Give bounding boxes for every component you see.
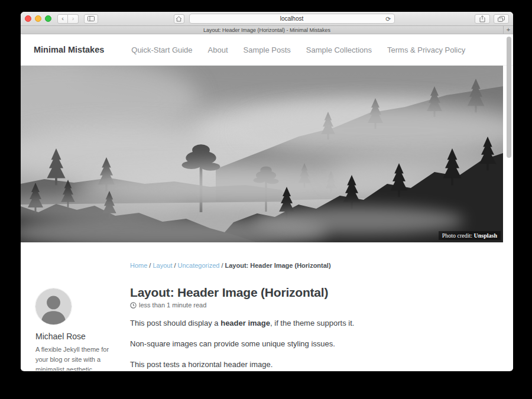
address-bar[interactable]: localhost ⟳ [189, 14, 395, 24]
browser-window: ‹ › localhost ⟳ Layout: Header Image (Ho… [21, 12, 513, 371]
author-name: Michael Rose [35, 332, 130, 341]
breadcrumb-current: Layout: Header Image (Horizontal) [225, 262, 331, 269]
post-meta: less than 1 minute read [130, 301, 495, 309]
reload-icon[interactable]: ⟳ [385, 15, 391, 23]
article-column: Home/Layout/Uncategorized/Layout: Header… [130, 242, 513, 371]
share-button[interactable] [475, 14, 490, 24]
site-title[interactable]: Minimal Mistakes [34, 45, 104, 54]
nav-link[interactable]: Sample Posts [244, 46, 291, 54]
nav-link[interactable]: About [208, 46, 228, 54]
tab-overview-button[interactable] [494, 14, 509, 24]
back-button[interactable]: ‹ [57, 14, 68, 24]
toolbar-right-buttons [475, 14, 509, 24]
zoom-window-button[interactable] [45, 15, 51, 22]
nav-link[interactable]: Sample Collections [306, 46, 372, 54]
clock-icon [130, 302, 137, 309]
close-window-button[interactable] [25, 15, 31, 22]
home-button[interactable] [174, 14, 184, 24]
address-bar-url: localhost [280, 15, 303, 22]
nav-link[interactable]: Terms & Privacy Policy [387, 46, 465, 54]
nav-item-sample-posts[interactable]: Sample Posts [244, 44, 291, 55]
avatar-silhouette-icon [35, 288, 72, 325]
page-content: Michael Rose A flexible Jekyll theme for… [21, 242, 513, 371]
tab-bar: Layout: Header Image (Horizontal) - Mini… [21, 26, 513, 34]
breadcrumb-separator: / [149, 262, 151, 269]
breadcrumb-layout-link[interactable]: Layout [153, 262, 172, 269]
post-paragraph: This post should display a header image,… [130, 317, 495, 329]
caption-source: Unsplash [474, 232, 497, 239]
traffic-lights [25, 15, 51, 22]
post-body: This post should display a header image,… [130, 317, 495, 371]
breadcrumb: Home/Layout/Uncategorized/Layout: Header… [130, 262, 495, 269]
page-title: Layout: Header Image (Horizontal) [130, 286, 495, 299]
nav-item-terms[interactable]: Terms & Privacy Policy [387, 44, 465, 55]
author-bio: A flexible Jekyll theme for your blog or… [35, 345, 110, 371]
forward-button[interactable]: › [68, 14, 79, 24]
tabs-icon [498, 16, 505, 22]
author-sidebar: Michael Rose A flexible Jekyll theme for… [35, 242, 130, 371]
breadcrumb-separator: / [221, 262, 223, 269]
read-time: less than 1 minute read [139, 301, 206, 309]
photo-credit-caption: Photo credit: Unsplash [439, 231, 501, 240]
site-nav: Quick-Start Guide About Sample Posts Sam… [131, 44, 465, 55]
sidebar-toggle-button[interactable] [84, 14, 98, 24]
minimize-window-button[interactable] [35, 15, 41, 22]
history-nav-group: ‹ › [57, 14, 79, 24]
nav-link[interactable]: Quick-Start Guide [131, 46, 192, 54]
vertical-scrollbar[interactable] [507, 37, 511, 158]
breadcrumb-uncategorized-link[interactable]: Uncategorized [178, 262, 220, 269]
nav-item-sample-collections[interactable]: Sample Collections [306, 44, 372, 55]
avatar [35, 288, 72, 325]
header-image: Photo credit: Unsplash [21, 66, 503, 242]
active-tab[interactable]: Layout: Header Image (Horizontal) - Mini… [203, 27, 330, 33]
post-paragraph: This post tests a horizontal header imag… [130, 359, 495, 371]
browser-toolbar: ‹ › localhost ⟳ [21, 12, 513, 26]
nav-item-quick-start[interactable]: Quick-Start Guide [131, 44, 192, 55]
page-viewport: Minimal Mistakes Quick-Start Guide About… [21, 34, 513, 371]
new-tab-button[interactable]: + [503, 26, 513, 34]
share-icon [479, 15, 485, 22]
sidebar-icon [87, 16, 95, 21]
misty-forest-illustration [21, 66, 503, 242]
plus-icon: + [507, 26, 510, 33]
caption-text: Photo credit: [442, 232, 474, 239]
breadcrumb-separator: / [174, 262, 176, 269]
breadcrumb-home-link[interactable]: Home [130, 262, 147, 269]
post-paragraph: Non-square images can provide some uniqu… [130, 338, 495, 350]
site-masthead: Minimal Mistakes Quick-Start Guide About… [21, 34, 513, 66]
home-icon [176, 16, 182, 22]
nav-item-about[interactable]: About [208, 44, 228, 55]
chevron-left-icon: ‹ [61, 15, 64, 22]
chevron-right-icon: › [72, 15, 74, 22]
